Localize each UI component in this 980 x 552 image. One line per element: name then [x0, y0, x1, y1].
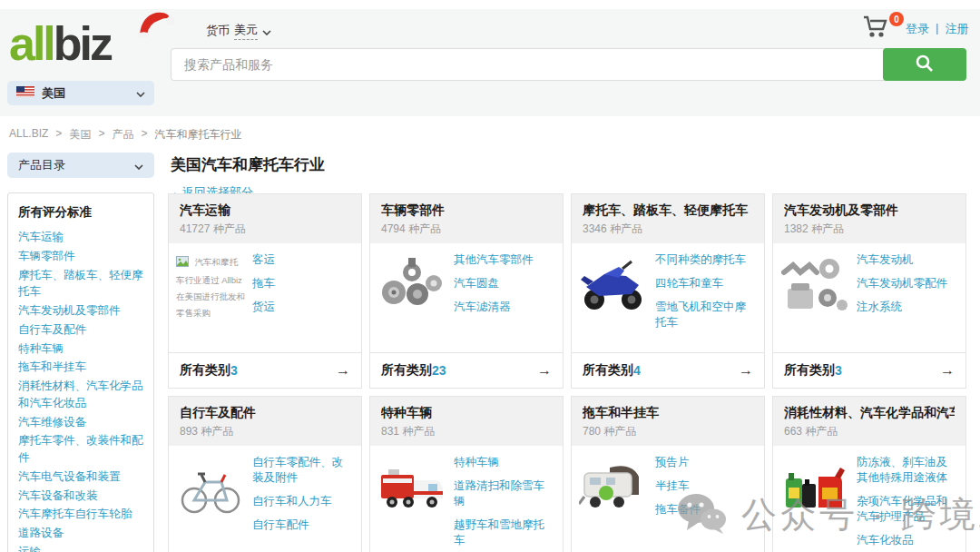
arrow-right-icon[interactable]: →	[537, 362, 552, 379]
subcategory-link[interactable]: 特种车辆	[454, 455, 554, 470]
sidebar-item-equipment-tuning[interactable]: 汽车设备和改装	[18, 488, 144, 505]
card-title[interactable]: 特种车辆	[381, 405, 552, 421]
category-card-auto-transport: 汽车运输 41727 种产品 汽车和摩托车行业通过 Allbiz 在美国进行批发…	[168, 193, 362, 389]
breadcrumb-separator: >	[98, 127, 104, 143]
card-header: 汽车发动机及零部件 1382 种产品	[773, 194, 965, 243]
broken-image-icon	[176, 254, 192, 270]
oil-canisters-image	[780, 455, 849, 552]
sidebar-item-motorcycles[interactable]: 摩托车、踏板车、轻便摩托车	[18, 267, 144, 301]
subcategory-link[interactable]: 汽车发动机零配件	[857, 276, 956, 291]
card-title[interactable]: 拖车和半挂车	[583, 405, 753, 421]
sidebar-item-road-equipment[interactable]: 道路设备	[18, 525, 144, 542]
card-header: 车辆零部件 4794 种产品	[370, 194, 563, 243]
sidebar-item-vehicle-parts[interactable]: 车辆零部件	[18, 248, 144, 265]
subcategory-link[interactable]: 自行车配件	[252, 518, 352, 533]
sidebar-item-special-vehicles[interactable]: 特种车辆	[18, 340, 144, 358]
subcategory-link[interactable]: 不同种类的摩托车	[655, 252, 755, 268]
card-title[interactable]: 自行车及配件	[180, 405, 350, 421]
breadcrumb-current: 汽车和摩托车行业	[154, 127, 241, 143]
sidebar-item-tires[interactable]: 汽车摩托车自行车轮胎	[18, 506, 144, 523]
card-title[interactable]: 车辆零部件	[381, 202, 552, 219]
search-button[interactable]	[883, 48, 966, 81]
bicycle-image	[176, 455, 245, 552]
subcategory-link[interactable]: 其他汽车零部件	[454, 252, 554, 268]
currency-label: 货币	[206, 23, 230, 39]
login-link[interactable]: 登录	[906, 21, 929, 37]
page-title: 美国汽车和摩托车行业	[171, 154, 325, 175]
all-categories-label: 所有类别	[784, 362, 835, 379]
search-input[interactable]	[171, 48, 887, 81]
chevron-down-icon	[136, 86, 145, 100]
country-selector[interactable]: 美国	[7, 81, 154, 105]
subcategory-link[interactable]: 注水系统	[857, 300, 956, 315]
card-product-count: 41727 种产品	[180, 222, 350, 237]
sidebar-filter-title: 所有评分标准	[18, 204, 144, 221]
card-footer[interactable]: 所有类别 3 →	[773, 352, 965, 388]
category-card-bicycles: 自行车及配件 893 种产品 自行车零配件、改装及附件 自行车和人力车 自行车配…	[168, 396, 362, 552]
card-title[interactable]: 消耗性材料、汽车化学品和汽车...	[784, 405, 955, 421]
sidebar-item-consumables[interactable]: 消耗性材料、汽车化学品和汽车化妆品	[18, 378, 144, 412]
broken-image-placeholder: 汽车和摩托车行业通过 Allbiz 在美国进行批发和零售采购	[176, 252, 245, 347]
subcategory-link[interactable]: 半挂车	[655, 478, 755, 494]
currency-selector[interactable]: 货币美元	[206, 22, 271, 40]
register-link[interactable]: 注册	[945, 21, 968, 37]
arrow-right-icon[interactable]: →	[940, 362, 955, 379]
card-title[interactable]: 汽车发动机及零部件	[784, 202, 955, 219]
category-cards-grid: 汽车运输 41727 种产品 汽车和摩托车行业通过 Allbiz 在美国进行批发…	[168, 193, 966, 552]
card-header: 特种车辆 831 种产品	[370, 397, 563, 446]
arrow-right-icon[interactable]: →	[336, 362, 350, 379]
all-categories-label: 所有类别	[180, 362, 230, 379]
sidebar-item-electrical[interactable]: 汽车电气设备和装置	[18, 468, 144, 486]
subcategory-link[interactable]: 汽车圆盘	[454, 276, 554, 291]
subcategory-link[interactable]: 拖车备件	[655, 502, 755, 518]
subcategory-link[interactable]: 汽车化妆品	[857, 533, 956, 548]
us-flag-icon	[16, 86, 34, 100]
sidebar-item-transportation[interactable]: 运输	[18, 544, 144, 552]
subcategory-link[interactable]: 汽车发动机	[857, 252, 956, 268]
card-header: 自行车及配件 893 种产品	[169, 397, 361, 446]
cart-button[interactable]: 0	[862, 15, 898, 43]
card-product-count: 893 种产品	[180, 424, 350, 439]
subcategory-link[interactable]: 拖车	[252, 276, 352, 291]
allbiz-logo[interactable]: allbiz	[9, 20, 111, 67]
breadcrumb-products[interactable]: 产品	[112, 127, 133, 143]
card-footer[interactable]: 所有类别 23 →	[370, 352, 563, 388]
subcategory-link[interactable]: 预告片	[655, 455, 755, 470]
sidebar-item-moto-parts[interactable]: 摩托车零件、改装件和配件	[18, 432, 144, 467]
cart-icon	[862, 26, 889, 42]
subcategory-link[interactable]: 四轮车和童车	[655, 276, 755, 291]
subcategory-link[interactable]: 自行车和人力车	[252, 494, 352, 509]
breadcrumb-separator: >	[55, 127, 62, 143]
country-name: 美国	[42, 85, 65, 102]
subcategory-link[interactable]: 道路清扫和除雪车辆	[454, 478, 554, 509]
subcategory-link[interactable]: 自行车零配件、改装及附件	[252, 455, 352, 486]
card-footer[interactable]: 所有类别 4 →	[572, 352, 764, 388]
subcategory-link[interactable]: 汽车滤清器	[454, 300, 554, 315]
breadcrumb-allbiz[interactable]: ALL.BIZ	[9, 127, 48, 143]
breadcrumb-country[interactable]: 美国	[69, 127, 91, 143]
sidebar-item-trailers[interactable]: 拖车和半挂车	[18, 359, 144, 376]
card-title[interactable]: 汽车运输	[180, 202, 350, 219]
sidebar-item-repair-equipment[interactable]: 汽车维修设备	[18, 414, 144, 431]
subcategory-link[interactable]: 货运	[252, 300, 352, 315]
sidebar-item-engines[interactable]: 汽车发动机及零部件	[18, 302, 144, 320]
arrow-right-icon[interactable]: →	[739, 362, 753, 379]
card-header: 摩托车、踏板车、轻便摩托车 3346 种产品	[572, 194, 764, 243]
fire-truck-image	[377, 455, 446, 552]
subcategory-link[interactable]: 客运	[252, 252, 352, 268]
card-product-count: 3346 种产品	[583, 222, 753, 237]
chevron-down-icon	[262, 25, 271, 38]
sidebar-item-auto-transport[interactable]: 汽车运输	[18, 229, 144, 246]
sidebar-category-filter: 所有评分标准 汽车运输 车辆零部件 摩托车、踏板车、轻便摩托车 汽车发动机及零部…	[7, 192, 154, 552]
subcategory-link[interactable]: 越野车和雪地摩托车	[454, 518, 554, 548]
logo-text-biz: biz	[54, 17, 111, 70]
sidebar-item-bicycles[interactable]: 自行车及配件	[18, 321, 144, 339]
subcategory-link[interactable]: 杂项汽车化学品和汽车护理产品	[857, 494, 956, 525]
subcategory-link[interactable]: 防冻液、刹车油及其他特殊用途液体	[857, 455, 956, 486]
product-catalog-dropdown[interactable]: 产品目录	[7, 153, 154, 178]
card-title[interactable]: 摩托车、踏板车、轻便摩托车	[583, 202, 753, 219]
subcategory-link[interactable]: 雪地飞机和空中摩托车	[655, 300, 755, 330]
card-product-count: 831 种产品	[381, 424, 552, 439]
search-icon	[915, 54, 935, 76]
card-footer[interactable]: 所有类别 3 →	[169, 352, 361, 388]
